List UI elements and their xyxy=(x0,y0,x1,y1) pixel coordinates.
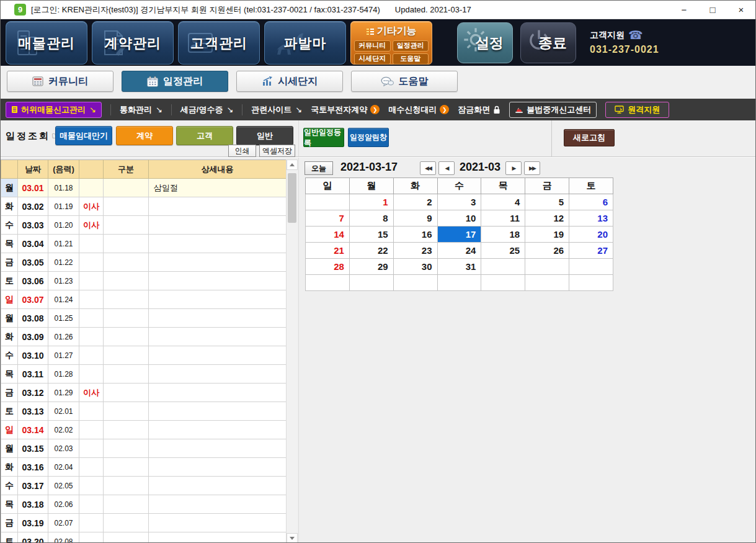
menu-item-remote-support[interactable]: 원격지원 xyxy=(605,102,669,118)
menu-item-tax-receipt[interactable]: 세금/영수증 ↘ xyxy=(180,104,234,115)
calendar-day[interactable]: 3 xyxy=(437,194,481,210)
filter-contract-button[interactable]: 계약 xyxy=(116,126,173,145)
scroll-down-arrow[interactable] xyxy=(287,533,298,543)
extra-community-button[interactable]: 커뮤니티 xyxy=(354,40,391,52)
content-area: 일정조회☞ 매물임대만기 계약 고객 일반 인쇄 엑셀저장 날짜 (음력) 구분… xyxy=(1,120,755,543)
next-month-button[interactable]: ▶ xyxy=(505,161,522,175)
calendar-day[interactable]: 1 xyxy=(349,194,393,210)
schedule-alarm-window-button[interactable]: 일정알림창 xyxy=(348,128,389,147)
schedule-cell-lunar: 02.07 xyxy=(48,514,79,532)
schedule-row[interactable]: 월03.0101.18삼일절 xyxy=(1,179,287,197)
schedule-cell-date: 03.05 xyxy=(18,253,48,272)
schedule-row[interactable]: 일03.0701.24 xyxy=(1,290,287,309)
menu-item-fake-listing-report[interactable]: 허위매물신고관리 ↘ xyxy=(6,102,102,118)
schedule-row[interactable]: 목03.1101.28 xyxy=(1,365,287,384)
nav-pabalma-button[interactable]: 파발마 xyxy=(264,21,346,65)
scrollbar-thumb[interactable] xyxy=(288,173,296,223)
calendar-day[interactable]: 27 xyxy=(569,243,613,259)
settings-button[interactable]: 설정 xyxy=(457,22,513,63)
calendar-day-selected[interactable]: 17 xyxy=(437,227,481,243)
close-button[interactable]: × xyxy=(727,4,755,15)
filter-rental-expiry-button[interactable]: 매물임대만기 xyxy=(55,126,112,145)
prev-month-button[interactable]: ◀ xyxy=(438,161,455,175)
excel-save-button[interactable]: 엑셀저장 xyxy=(259,145,295,157)
calendar-day[interactable]: 8 xyxy=(349,210,393,227)
today-button[interactable]: 오늘 xyxy=(305,161,333,175)
nav-contract-management-button[interactable]: 계약관리 xyxy=(92,21,174,65)
calendar-day[interactable]: 11 xyxy=(481,210,525,227)
minimize-button[interactable]: − xyxy=(670,4,698,15)
schedule-row[interactable]: 금03.0501.22 xyxy=(1,253,287,272)
menu-item-call-management[interactable]: 통화관리 ↘ xyxy=(120,104,162,115)
calendar-day[interactable]: 18 xyxy=(481,227,525,243)
schedule-row[interactable]: 토03.2002.08 xyxy=(1,532,287,543)
calendar-day[interactable]: 30 xyxy=(393,259,437,275)
extra-help-button[interactable]: 도움말 xyxy=(393,53,429,65)
tab-help[interactable]: 도움말 xyxy=(351,71,458,92)
menu-item-illegal-brokerage-report-center[interactable]: 불법중개신고센터 xyxy=(509,102,597,118)
schedule-scrollbar[interactable] xyxy=(286,159,297,543)
calendar-day[interactable]: 20 xyxy=(569,227,613,243)
next-year-button[interactable]: ▶▶ xyxy=(524,161,540,175)
calendar-day[interactable]: 10 xyxy=(437,210,481,227)
filter-customer-button[interactable]: 고객 xyxy=(176,126,233,145)
schedule-cell-wd: 토 xyxy=(1,532,18,543)
schedule-row[interactable]: 목03.1802.06 xyxy=(1,495,287,514)
calendar-day[interactable]: 6 xyxy=(569,194,613,210)
calendar-day[interactable]: 29 xyxy=(349,259,393,275)
schedule-row[interactable]: 토03.0601.23 xyxy=(1,272,287,290)
schedule-row[interactable]: 토03.1302.01 xyxy=(1,402,287,421)
tab-price-complex[interactable]: 시세단지 xyxy=(236,71,343,92)
schedule-row[interactable]: 화03.0901.26 xyxy=(1,328,287,346)
menu-item-molit-econtract[interactable]: 국토부전자계약 ❯ xyxy=(311,104,380,115)
extra-price-complex-button[interactable]: 시세단지 xyxy=(354,53,391,65)
nav-customer-management-button[interactable]: 고객관리 xyxy=(178,21,260,65)
calendar-day[interactable]: 22 xyxy=(349,243,393,259)
menu-item-related-sites[interactable]: 관련사이트 ↘ xyxy=(251,104,302,115)
extra-schedule-button[interactable]: 일정관리 xyxy=(393,40,429,52)
maximize-button[interactable]: □ xyxy=(698,4,727,15)
schedule-row[interactable]: 수03.1001.27 xyxy=(1,346,287,365)
calendar-day[interactable]: 9 xyxy=(393,210,437,227)
schedule-row[interactable]: 금03.1902.07 xyxy=(1,514,287,532)
calendar-day[interactable]: 26 xyxy=(525,243,569,259)
calendar-day[interactable]: 4 xyxy=(481,194,525,210)
tab-schedule-management[interactable]: 일정관리 xyxy=(122,71,228,92)
calendar-day[interactable]: 31 xyxy=(437,259,481,275)
calendar-day[interactable]: 21 xyxy=(306,243,350,259)
calendar-day[interactable]: 23 xyxy=(393,243,437,259)
refresh-button[interactable]: 새로고침 xyxy=(564,129,615,146)
menu-item-lock-screen[interactable]: 잠금화면 xyxy=(458,104,500,115)
calendar-day[interactable]: 13 xyxy=(569,210,613,227)
calendar-day[interactable]: 25 xyxy=(481,243,525,259)
calendar-day[interactable]: 15 xyxy=(349,227,393,243)
calendar-day[interactable]: 19 xyxy=(525,227,569,243)
calendar-day[interactable]: 2 xyxy=(393,194,437,210)
calendar-day[interactable]: 16 xyxy=(393,227,437,243)
register-general-schedule-button[interactable]: 일반일정등록 xyxy=(303,128,344,147)
calendar-day[interactable]: 12 xyxy=(525,210,569,227)
prev-year-button[interactable]: ◀◀ xyxy=(420,161,436,175)
schedule-row[interactable]: 목03.0401.21 xyxy=(1,235,287,253)
schedule-row[interactable]: 월03.0801.25 xyxy=(1,309,287,328)
schedule-row[interactable]: 금03.1201.29이사 xyxy=(1,384,287,402)
filter-general-button[interactable]: 일반 xyxy=(236,126,293,145)
schedule-cell-lunar: 01.21 xyxy=(48,235,79,253)
menu-item-purchase-agency[interactable]: 매수신청대리 ❯ xyxy=(388,104,449,115)
schedule-row[interactable]: 일03.1402.02 xyxy=(1,421,287,439)
nav-listing-management-button[interactable]: 매물관리 xyxy=(6,21,87,65)
exit-button[interactable]: 종료 xyxy=(520,22,576,63)
schedule-row[interactable]: 화03.0201.19이사 xyxy=(1,197,287,216)
scroll-up-arrow[interactable] xyxy=(287,159,298,170)
schedule-row[interactable]: 월03.1502.03 xyxy=(1,439,287,458)
schedule-row[interactable]: 화03.1602.04 xyxy=(1,458,287,477)
print-button[interactable]: 인쇄 xyxy=(228,145,256,157)
calendar-day[interactable]: 14 xyxy=(306,227,350,243)
calendar-day[interactable]: 24 xyxy=(437,243,481,259)
tab-community[interactable]: 커뮤니티 xyxy=(7,71,113,92)
calendar-day[interactable]: 5 xyxy=(525,194,569,210)
schedule-row[interactable]: 수03.0301.20이사 xyxy=(1,216,287,235)
schedule-row[interactable]: 수03.1702.05 xyxy=(1,477,287,495)
calendar-day[interactable]: 28 xyxy=(306,259,350,275)
calendar-day[interactable]: 7 xyxy=(306,210,350,227)
